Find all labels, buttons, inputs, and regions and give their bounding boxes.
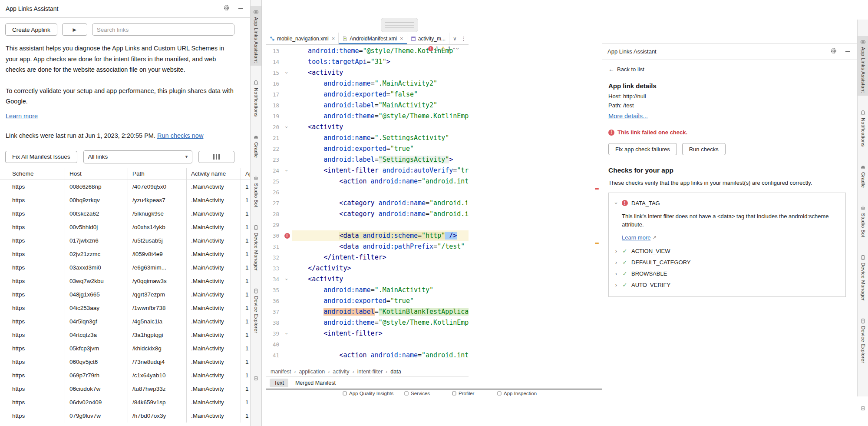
table-row[interactable]: https00tskcza62/5lknugk9se.MainActivity1 xyxy=(0,207,250,220)
tab-options-kebab-icon[interactable]: ⋮ xyxy=(461,36,466,42)
breadcrumb-item-data[interactable]: data xyxy=(390,369,401,375)
editor-tab-activity-m-[interactable]: activity_m... xyxy=(407,33,449,44)
tool-strip-item-studio-bot[interactable]: Studio Bot xyxy=(251,172,261,210)
table-row[interactable]: https02jv21zzmc/l059v8t4e9.MainActivity1 xyxy=(0,247,250,261)
minimize-icon[interactable] xyxy=(844,47,851,55)
breadcrumb-item-manifest[interactable]: manifest xyxy=(271,369,291,375)
bottom-bar-label: Services xyxy=(411,391,430,396)
bottom-bar-item-profiler[interactable]: Profiler xyxy=(452,391,474,396)
breadcrumb-item-application[interactable]: application xyxy=(299,369,325,375)
chevron-collapsed-icon[interactable]: › xyxy=(614,270,618,277)
tool-strip-item-studio-bot[interactable]: Studio Bot xyxy=(858,202,868,240)
play-button[interactable]: ▶ xyxy=(62,23,87,36)
emulator-icon[interactable] xyxy=(253,376,259,381)
column-header-scheme[interactable]: Scheme xyxy=(0,168,65,180)
fold-chevron-icon[interactable]: › xyxy=(281,169,292,173)
tool-strip-item-notifications[interactable]: Notifications xyxy=(858,107,868,150)
check-row-data-tag[interactable]: › ! DATA_TAG xyxy=(614,197,840,209)
table-row[interactable]: https069p7r79rh/c1x64yab10.MainActivity1 xyxy=(0,369,250,382)
more-details-link[interactable]: More details... xyxy=(608,113,648,120)
back-arrow-icon: ← xyxy=(608,66,614,73)
code-editor[interactable]: 13 android:theme="@style/Theme.KotlinEmp… xyxy=(266,44,469,367)
gear-icon[interactable] xyxy=(830,47,838,55)
editor-tab-androidmanifest-xml[interactable]: AndroidManifest.xml× xyxy=(339,33,407,44)
code-line: 20› <activity xyxy=(266,122,469,133)
chevron-collapsed-icon[interactable]: › xyxy=(614,282,618,288)
breadcrumb[interactable]: manifest›application›activity›intent-fil… xyxy=(266,367,469,376)
table-row[interactable]: https04rtcqtz3a/3a1hgptqgi.MainActivity1 xyxy=(0,328,250,342)
breadcrumb-item-activity[interactable]: activity xyxy=(333,369,349,375)
table-row[interactable]: https048jg1x665/qgrt37ezpm.MainActivity1 xyxy=(0,288,250,301)
code-text: android:exported="true" xyxy=(292,296,469,306)
table-row[interactable]: https060qv5jct6/73ne8udqj4.MainActivity1 xyxy=(0,355,250,369)
learn-more-link[interactable]: Learn more xyxy=(6,113,38,120)
bottom-tab-text[interactable]: Text xyxy=(270,379,288,387)
table-row[interactable]: https03wq7w2kbu/y0qqimaw3s.MainActivity1 xyxy=(0,274,250,288)
check-row-action-view[interactable]: ›✓ACTION_VIEW xyxy=(614,245,840,256)
back-to-list-link[interactable]: ← Back to list xyxy=(608,66,851,73)
bottom-bar-item-services[interactable]: Services xyxy=(404,391,430,396)
path-value: Path: /test xyxy=(608,102,851,109)
table-row[interactable]: https04r5lqn3gf/4g5nalc1la.MainActivity1 xyxy=(0,315,250,328)
tool-strip-item-device-manager[interactable]: Device Manager xyxy=(251,222,261,274)
tool-strip-item-gradle[interactable]: Gradle xyxy=(858,161,868,191)
bottom-tab-merged-manifest[interactable]: Merged Manifest xyxy=(291,379,340,387)
tab-list-chevron-icon[interactable]: ∨ xyxy=(453,36,457,42)
code-line: 41 <action android:name="android.intent.… xyxy=(266,350,469,361)
bottom-bar-item-app-quality-insights[interactable]: App Quality Insights xyxy=(343,391,393,396)
tool-strip-item-app-links-assistant[interactable]: App Links Assistant xyxy=(251,6,261,66)
table-row[interactable]: https00hq9zrkqv/yzu4kpeas7.MainActivity1 xyxy=(0,193,250,207)
tool-strip-item-gradle[interactable]: Gradle xyxy=(251,131,261,161)
tool-strip-item-device-manager[interactable]: Device Manager xyxy=(858,252,868,304)
create-applink-button[interactable]: Create Applink xyxy=(5,23,57,36)
column-settings-button[interactable] xyxy=(198,151,234,163)
run-checks-button[interactable]: Run checks xyxy=(682,143,726,155)
run-checks-now-link[interactable]: Run checks now xyxy=(157,132,203,139)
check-row-auto-verify[interactable]: ›✓AUTO_VERIFY xyxy=(614,279,840,290)
bottom-bar-item-app-inspection[interactable]: App Inspection xyxy=(497,391,537,396)
check-row-browsable[interactable]: ›✓BROWSABLE xyxy=(614,268,840,279)
table-row[interactable]: https008c6z68np/407e09q5x0.MainActivity1 xyxy=(0,180,250,193)
tool-strip-item-notifications[interactable]: Notifications xyxy=(251,77,261,120)
links-filter-dropdown[interactable]: All links ▾ xyxy=(83,150,193,163)
next-issue-chevron-icon[interactable]: › xyxy=(455,48,461,50)
breadcrumb-item-intent-filter[interactable]: intent-filter xyxy=(357,369,383,375)
fix-app-check-failures-button[interactable]: Fix app check failures xyxy=(608,143,677,155)
fold-chevron-icon[interactable]: › xyxy=(281,278,292,281)
table-row[interactable]: https06dv02o409/84k659v1sp.MainActivity1 xyxy=(0,396,250,409)
learn-more-link[interactable]: Learn more xyxy=(622,234,650,241)
emulator-icon[interactable] xyxy=(860,406,866,411)
editor-tab-mobile-navigation-xml[interactable]: mobile_navigation.xml× xyxy=(266,33,339,44)
fold-chevron-icon[interactable]: › xyxy=(281,71,292,75)
inspections-widget[interactable]: ! 1 ⚠ 1 › › xyxy=(428,45,459,52)
tool-strip-item-device-explorer[interactable]: Device Explorer xyxy=(251,285,261,336)
app-quality-insights-icon xyxy=(343,391,347,396)
table-row[interactable]: https06ciudok7w/tu87hwp33z.MainActivity1 xyxy=(0,382,250,396)
chevron-expanded-icon[interactable]: › xyxy=(613,201,620,205)
table-row[interactable]: https03axxd3mi0/e6g63mim....MainActivity… xyxy=(0,261,250,274)
tool-strip-item-device-explorer[interactable]: Device Explorer xyxy=(858,315,868,366)
close-icon[interactable]: × xyxy=(332,35,335,42)
minimize-icon[interactable] xyxy=(237,5,244,13)
table-row[interactable]: https00v5hhld0j/o0xhs14ykb.MainActivity1 xyxy=(0,220,250,234)
check-row-default-category[interactable]: ›✓DEFAULT_CATEGORY xyxy=(614,256,840,268)
fold-chevron-icon[interactable]: › xyxy=(281,332,292,336)
table-cell: .MainActivity xyxy=(187,207,241,220)
fold-chevron-icon[interactable]: › xyxy=(281,126,292,129)
column-header-activity-name[interactable]: Activity name xyxy=(187,168,241,180)
table-row[interactable]: https079g9luv7w/h7bd07ox3y.MainActivity1 xyxy=(0,409,250,423)
chevron-collapsed-icon[interactable]: › xyxy=(614,259,618,266)
fix-all-manifest-issues-button[interactable]: Fix All Manifest Issues xyxy=(5,151,77,163)
column-header-path[interactable]: Path xyxy=(128,168,187,180)
tool-strip-item-app-links-assistant[interactable]: App Links Assistant xyxy=(858,36,868,96)
chevron-collapsed-icon[interactable]: › xyxy=(614,248,618,254)
table-row[interactable]: https017jwlxzn6/u5t2usab5j.MainActivity1 xyxy=(0,234,250,247)
gear-icon[interactable] xyxy=(223,5,231,13)
column-header-host[interactable]: Host xyxy=(65,168,128,180)
search-input[interactable] xyxy=(92,23,234,36)
table-row[interactable]: https04ic253aay/1wwnfbr738.MainActivity1 xyxy=(0,301,250,315)
close-icon[interactable]: × xyxy=(400,35,403,42)
table-row[interactable]: https05kfcp3jvm/khidckix8g.MainActivity1 xyxy=(0,342,250,355)
line-number: 32 xyxy=(266,252,282,263)
column-header-app-check-f-[interactable]: App check f... xyxy=(241,168,250,180)
